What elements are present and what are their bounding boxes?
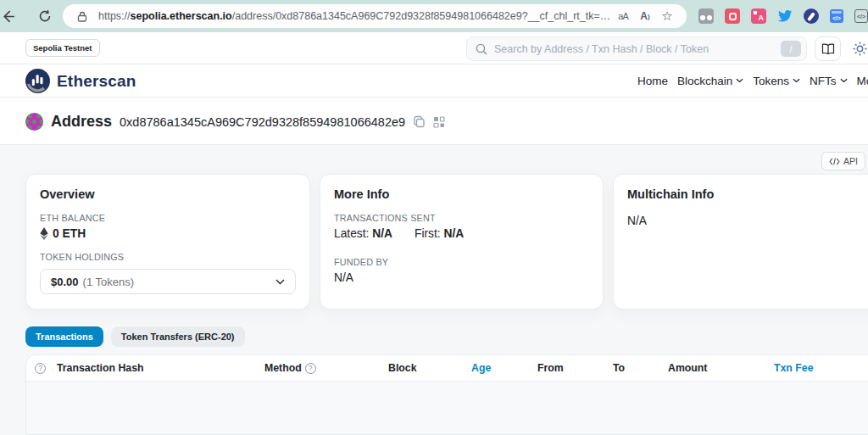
address-value: 0xd8786a1345cA969C792d9328f8594981066482…	[120, 115, 405, 129]
api-button[interactable]: API	[821, 152, 865, 170]
nav-blockchain[interactable]: Blockchain	[677, 75, 743, 87]
ethereum-icon	[40, 227, 48, 240]
search-bar[interactable]: /	[466, 36, 807, 61]
help-icon[interactable]: ?	[305, 363, 316, 374]
search-shortcut-key: /	[781, 41, 801, 57]
browser-toolbar: https://sepolia.etherscan.io/address/0xd…	[0, 0, 868, 32]
address-hero: Address 0xd8786a1345cA969C792d9328f85949…	[0, 98, 868, 145]
nav-more[interactable]: More	[857, 75, 868, 87]
transactions-sent-values: Latest: N/A First: N/A	[334, 227, 589, 240]
chevron-down-icon	[840, 78, 848, 83]
chevron-down-icon	[793, 78, 800, 83]
token-holdings-dropdown[interactable]: $0.00 (1 Tokens)	[40, 269, 296, 294]
site-topbar: Sepolia Testnet /	[0, 32, 868, 64]
col-method: Method?	[264, 362, 388, 374]
table-header-row: ? Transaction Hash Method? Block Age Fro…	[26, 355, 868, 381]
extension-bird-icon[interactable]	[777, 8, 793, 24]
col-transaction-hash: Transaction Hash	[57, 362, 264, 374]
overview-title: Overview	[40, 187, 296, 201]
book-icon	[821, 43, 835, 55]
etherscan-logo-icon	[25, 69, 50, 93]
eth-balance-value: 0 ETH	[40, 227, 296, 240]
col-amount: Amount	[668, 362, 774, 374]
browser-extensions: A </> </>	[698, 8, 868, 24]
funded-by-label: FUNDED BY	[334, 257, 589, 267]
col-block: Block	[388, 362, 471, 374]
col-age[interactable]: Age	[471, 362, 537, 374]
nav-tokens[interactable]: Tokens	[753, 75, 800, 87]
extension-red-app-icon[interactable]	[725, 8, 740, 24]
primary-navigation: Home Blockchain Tokens NFTs More	[637, 64, 868, 97]
address-identicon	[25, 113, 43, 131]
qr-grid-icon[interactable]	[433, 116, 445, 128]
lock-icon[interactable]	[71, 6, 93, 26]
extension-navy-circle-icon[interactable]	[804, 8, 819, 24]
browser-refresh-icon[interactable]	[32, 3, 58, 29]
main-navbar: Etherscan Home Blockchain Tokens NFTs Mo…	[0, 64, 868, 98]
more-info-title: More Info	[334, 187, 589, 201]
search-icon	[476, 43, 487, 55]
browser-back-icon[interactable]	[0, 3, 20, 29]
eth-balance-label: ETH BALANCE	[40, 213, 296, 223]
extension-devtools-icon[interactable]: </>	[830, 9, 843, 23]
overview-card: Overview ETH BALANCE 0 ETH TOKEN HOLDING…	[25, 174, 310, 310]
nav-nfts[interactable]: NFTs	[810, 75, 848, 87]
tab-token-transfers[interactable]: Token Transfers (ERC-20)	[111, 326, 245, 347]
page-content: API Overview ETH BALANCE 0 ETH TOKEN HOL…	[0, 145, 868, 435]
tab-transactions[interactable]: Transactions	[25, 326, 103, 347]
extension-code-icon[interactable]: </>	[854, 9, 868, 23]
directory-button[interactable]	[815, 36, 841, 61]
chevron-down-icon	[275, 279, 285, 285]
extension-translate-icon[interactable]: A	[751, 8, 766, 24]
multichain-title: Multichain Info	[627, 187, 868, 201]
address-bar[interactable]: https://sepolia.etherscan.io/address/0xd…	[63, 4, 687, 28]
transactions-table: ? Transaction Hash Method? Block Age Fro…	[25, 354, 868, 435]
translate-icon[interactable]: aA	[612, 6, 634, 26]
more-info-card: More Info TRANSACTIONS SENT Latest: N/A …	[320, 174, 604, 310]
token-holdings-label: TOKEN HOLDINGS	[40, 252, 296, 262]
address-type-label: Address	[51, 113, 112, 131]
table-body-empty	[26, 381, 868, 435]
url-text[interactable]: https://sepolia.etherscan.io/address/0xd…	[98, 10, 612, 22]
extension-mask-icon[interactable]	[698, 8, 714, 24]
read-aloud-icon[interactable]: A)	[634, 6, 656, 26]
help-icon[interactable]: ?	[35, 363, 57, 374]
funded-by-value: N/A	[334, 271, 589, 284]
brand-name: Etherscan	[57, 72, 136, 91]
copy-icon[interactable]	[413, 115, 426, 128]
col-to: To	[613, 362, 668, 374]
multichain-info-card: Multichain Info N/A	[613, 174, 868, 310]
col-txn-fee[interactable]: Txn Fee	[774, 362, 868, 374]
col-from: From	[537, 362, 613, 374]
multichain-value: N/A	[627, 215, 868, 227]
code-icon	[829, 158, 840, 165]
nav-home[interactable]: Home	[637, 75, 668, 87]
transactions-sent-label: TRANSACTIONS SENT	[334, 213, 589, 223]
etherscan-logo[interactable]: Etherscan	[25, 69, 136, 93]
theme-toggle-button[interactable]	[847, 36, 868, 61]
sun-icon	[853, 42, 867, 56]
search-input[interactable]	[494, 43, 781, 55]
bookmark-star-icon[interactable]: ☆	[656, 6, 678, 26]
list-tabs: Transactions Token Transfers (ERC-20)	[25, 326, 245, 347]
chevron-down-icon	[736, 78, 743, 83]
network-badge[interactable]: Sepolia Testnet	[25, 39, 100, 57]
